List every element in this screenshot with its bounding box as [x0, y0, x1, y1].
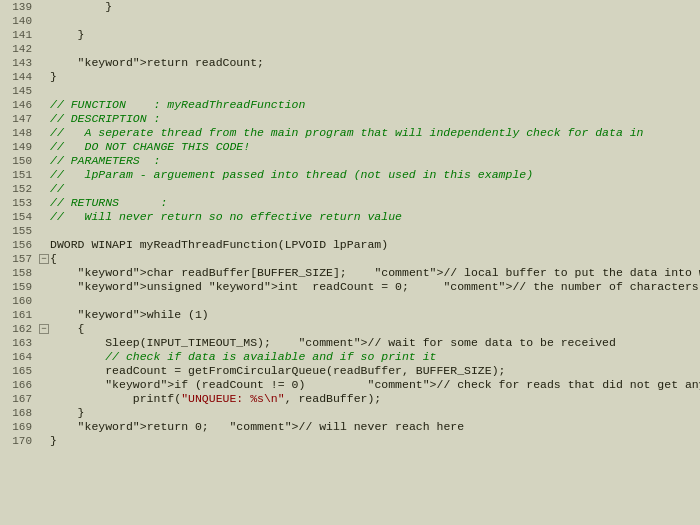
line-number: 141 [0, 28, 38, 42]
code-line: 152// [0, 182, 700, 196]
code-content: "keyword">unsigned "keyword">int readCou… [50, 280, 700, 294]
line-number: 144 [0, 70, 38, 84]
line-number: 145 [0, 84, 38, 98]
line-number: 146 [0, 98, 38, 112]
code-line: 163 Sleep(INPUT_TIMEOUT_MS); "comment">/… [0, 336, 700, 350]
code-content: { [50, 252, 700, 266]
code-content: // RETURNS : [50, 196, 700, 210]
line-number: 162 [0, 322, 38, 336]
code-line: 167 printf("UNQUEUE: %s\n", readBuffer); [0, 392, 700, 406]
code-content: // DO NOT CHANGE THIS CODE! [50, 140, 700, 154]
code-content: // FUNCTION : myReadThreadFunction [50, 98, 700, 112]
line-number: 155 [0, 224, 38, 238]
line-number: 149 [0, 140, 38, 154]
code-content: } [50, 0, 700, 14]
code-line: 147// DESCRIPTION : [0, 112, 700, 126]
code-content: } [50, 434, 700, 448]
line-number: 151 [0, 168, 38, 182]
code-line: 160 [0, 294, 700, 308]
code-content: // DESCRIPTION : [50, 112, 700, 126]
code-lines: 139 }140141 }142143 "keyword">return rea… [0, 0, 700, 448]
code-line: 162− { [0, 322, 700, 336]
code-content: } [50, 70, 700, 84]
line-number: 168 [0, 406, 38, 420]
line-number: 169 [0, 420, 38, 434]
line-number: 156 [0, 238, 38, 252]
code-line: 165 readCount = getFromCircularQueue(rea… [0, 364, 700, 378]
line-number: 164 [0, 350, 38, 364]
code-content: } [50, 28, 700, 42]
code-line: 170} [0, 434, 700, 448]
code-line: 157−{ [0, 252, 700, 266]
code-line: 144} [0, 70, 700, 84]
code-content: // Will never return so no effective ret… [50, 210, 700, 224]
fold-indicator[interactable]: − [38, 322, 50, 336]
code-line: 169 "keyword">return 0; "comment">// wil… [0, 420, 700, 434]
line-number: 142 [0, 42, 38, 56]
line-number: 139 [0, 0, 38, 14]
line-number: 140 [0, 14, 38, 28]
code-line: 142 [0, 42, 700, 56]
code-line: 141 } [0, 28, 700, 42]
line-number: 166 [0, 378, 38, 392]
line-number: 147 [0, 112, 38, 126]
line-number: 154 [0, 210, 38, 224]
code-content: } [50, 406, 700, 420]
code-content: printf("UNQUEUE: %s\n", readBuffer); [50, 392, 700, 406]
code-line: 155 [0, 224, 700, 238]
code-content: "keyword">return readCount; [50, 56, 700, 70]
code-editor: 139 }140141 }142143 "keyword">return rea… [0, 0, 700, 525]
code-content: // PARAMETERS : [50, 154, 700, 168]
code-content: // lpParam - arguement passed into threa… [50, 168, 700, 182]
code-line: 145 [0, 84, 700, 98]
code-line: 146// FUNCTION : myReadThreadFunction [0, 98, 700, 112]
line-number: 148 [0, 126, 38, 140]
code-line: 140 [0, 14, 700, 28]
code-line: 151// lpParam - arguement passed into th… [0, 168, 700, 182]
line-number: 167 [0, 392, 38, 406]
line-number: 159 [0, 280, 38, 294]
line-number: 143 [0, 56, 38, 70]
code-line: 148// A seperate thread from the main pr… [0, 126, 700, 140]
code-content: "keyword">if (readCount != 0) "comment">… [50, 378, 700, 392]
code-line: 154// Will never return so no effective … [0, 210, 700, 224]
code-line: 156DWORD WINAPI myReadThreadFunction(LPV… [0, 238, 700, 252]
code-line: 153// RETURNS : [0, 196, 700, 210]
code-content: readCount = getFromCircularQueue(readBuf… [50, 364, 700, 378]
code-line: 168 } [0, 406, 700, 420]
line-number: 153 [0, 196, 38, 210]
code-content: // check if data is available and if so … [50, 350, 700, 364]
code-line: 166 "keyword">if (readCount != 0) "comme… [0, 378, 700, 392]
code-content: "keyword">char readBuffer[BUFFER_SIZE]; … [50, 266, 700, 280]
line-number: 160 [0, 294, 38, 308]
code-line: 150// PARAMETERS : [0, 154, 700, 168]
code-line: 161 "keyword">while (1) [0, 308, 700, 322]
code-content: DWORD WINAPI myReadThreadFunction(LPVOID… [50, 238, 700, 252]
line-number: 150 [0, 154, 38, 168]
code-content: "keyword">return 0; "comment">// will ne… [50, 420, 700, 434]
code-content: Sleep(INPUT_TIMEOUT_MS); "comment">// wa… [50, 336, 700, 350]
code-content: // [50, 182, 700, 196]
line-number: 152 [0, 182, 38, 196]
line-number: 161 [0, 308, 38, 322]
line-number: 165 [0, 364, 38, 378]
line-number: 157 [0, 252, 38, 266]
code-line: 149// DO NOT CHANGE THIS CODE! [0, 140, 700, 154]
code-content: { [50, 322, 700, 336]
code-line: 158 "keyword">char readBuffer[BUFFER_SIZ… [0, 266, 700, 280]
code-line: 143 "keyword">return readCount; [0, 56, 700, 70]
line-number: 158 [0, 266, 38, 280]
line-number: 163 [0, 336, 38, 350]
code-line: 139 } [0, 0, 700, 14]
code-line: 159 "keyword">unsigned "keyword">int rea… [0, 280, 700, 294]
fold-indicator[interactable]: − [38, 252, 50, 266]
code-content: // A seperate thread from the main progr… [50, 126, 700, 140]
code-line: 164 // check if data is available and if… [0, 350, 700, 364]
line-number: 170 [0, 434, 38, 448]
code-content: "keyword">while (1) [50, 308, 700, 322]
